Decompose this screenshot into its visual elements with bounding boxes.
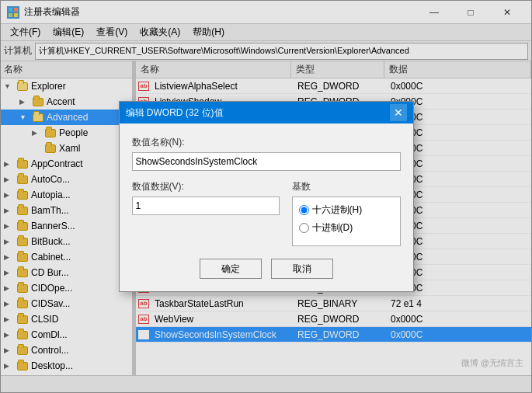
dialog-ok-button[interactable]: 确定 [200,259,262,279]
radio-dec-label: 十进制(D) [312,221,353,235]
radio-hex-input[interactable] [299,205,309,215]
radio-dec-input[interactable] [299,223,309,233]
dialog-row: 数值数据(V): 基数 十六进制(H) 十进制(D) [132,180,401,246]
main-window: 注册表编辑器 — □ ✕ 文件(F) 编辑(E) 查看(V) 收藏夹(A) 帮助… [0,0,532,393]
radio-hex-label: 十六进制(H) [312,203,363,217]
radio-hex[interactable]: 十六进制(H) [299,203,394,217]
dialog-left: 数值数据(V): [132,180,280,246]
radio-dec[interactable]: 十进制(D) [299,221,394,235]
dialog-cancel-button[interactable]: 取消 [271,259,333,279]
dialog-body: 数值名称(N): 数值数据(V): 基数 十六进制(H) [120,123,413,291]
dialog-data-label: 数值数据(V): [132,180,280,193]
dialog-buttons: 确定 取消 [132,259,401,279]
dialog-data-input[interactable] [132,196,280,215]
dialog-name-input[interactable] [132,152,401,171]
dialog: 编辑 DWORD (32 位)值 ✕ 数值名称(N): 数值数据(V): 基数 [119,101,414,292]
dialog-title-bar: 编辑 DWORD (32 位)值 ✕ [120,102,413,123]
dialog-title: 编辑 DWORD (32 位)值 [126,106,390,120]
dialog-overlay: 编辑 DWORD (32 位)值 ✕ 数值名称(N): 数值数据(V): 基数 [1,1,531,392]
dialog-right: 基数 十六进制(H) 十进制(D) [292,180,401,246]
radio-group: 十六进制(H) 十进制(D) [292,196,401,246]
dialog-close-button[interactable]: ✕ [390,104,407,121]
dialog-base-label: 基数 [292,180,401,193]
dialog-name-label: 数值名称(N): [132,136,401,149]
